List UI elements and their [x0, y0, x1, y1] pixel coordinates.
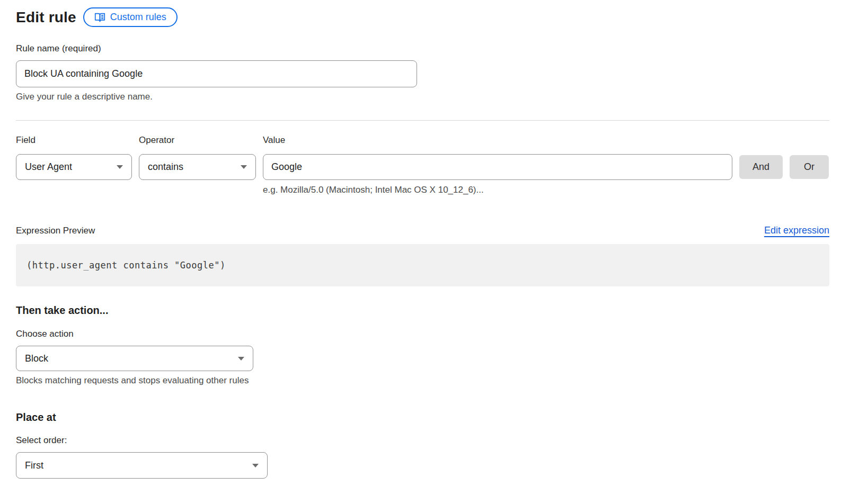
and-column: And [739, 135, 783, 195]
operator-label: Operator [139, 135, 256, 146]
value-column: Value e.g. Mozilla/5.0 (Macintosh; Intel… [263, 135, 732, 195]
operator-select[interactable]: contains [139, 154, 256, 180]
value-help-text: e.g. Mozilla/5.0 (Macintosh; Intel Mac O… [263, 185, 732, 195]
order-select[interactable]: First [16, 452, 268, 479]
order-select-value: First [25, 460, 43, 471]
rule-name-section: Rule name (required) Give your rule a de… [16, 43, 829, 102]
edit-expression-link[interactable]: Edit expression [764, 225, 829, 236]
and-button[interactable]: And [739, 155, 783, 179]
field-column: Field User Agent [16, 135, 132, 195]
header: Edit rule Custom rules [16, 7, 829, 27]
or-column: Or [790, 135, 829, 195]
and-label-spacer [739, 135, 783, 146]
page-title: Edit rule [16, 9, 76, 26]
operator-column: Operator contains [139, 135, 256, 195]
place-at-heading: Place at [16, 411, 829, 424]
field-select-value: User Agent [25, 161, 72, 173]
book-icon [94, 12, 105, 23]
caret-down-icon [238, 357, 244, 361]
or-label-spacer [790, 135, 829, 146]
action-help-text: Blocks matching requests and stops evalu… [16, 375, 829, 386]
rule-name-label: Rule name (required) [16, 43, 829, 54]
rule-name-help-text: Give your rule a descriptive name. [16, 92, 829, 102]
expression-code-box: (http.user_agent contains "Google") [16, 244, 829, 286]
value-input[interactable] [263, 154, 732, 180]
section-divider [16, 120, 829, 121]
caret-down-icon [117, 165, 123, 169]
operator-select-value: contains [148, 161, 183, 173]
caret-down-icon [241, 165, 247, 169]
expression-preview-row: Expression Preview Edit expression [16, 225, 829, 236]
condition-builder: Field User Agent Operator contains Value… [16, 135, 829, 195]
or-button[interactable]: Or [790, 155, 829, 179]
caret-down-icon [252, 464, 259, 467]
value-label: Value [263, 135, 732, 146]
action-section-heading: Then take action... [16, 304, 829, 317]
choose-action-label: Choose action [16, 329, 829, 339]
rule-name-input[interactable] [16, 60, 417, 87]
action-select-value: Block [25, 353, 48, 364]
edit-rule-form: Edit rule Custom rules Rule name (requir… [0, 0, 841, 479]
expression-code: (http.user_agent contains "Google") [26, 260, 226, 271]
action-select[interactable]: Block [16, 346, 253, 371]
select-order-label: Select order: [16, 435, 829, 446]
expression-preview-label: Expression Preview [16, 226, 95, 236]
custom-rules-badge-button[interactable]: Custom rules [83, 7, 178, 27]
custom-rules-badge-label: Custom rules [110, 12, 166, 23]
field-label: Field [16, 135, 132, 146]
field-select[interactable]: User Agent [16, 154, 132, 180]
